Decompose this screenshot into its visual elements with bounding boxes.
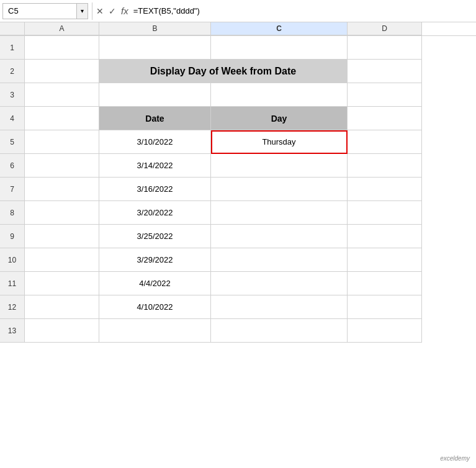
cell-b6[interactable]: 3/14/2022: [99, 154, 211, 178]
day-c5: Thursday: [262, 137, 295, 146]
table-row: 9 3/25/2022: [0, 225, 476, 248]
cell-b12[interactable]: 4/10/2022: [99, 295, 211, 319]
cell-a11[interactable]: [25, 272, 99, 295]
cell-d8[interactable]: [348, 201, 422, 225]
table-row: 6 3/14/2022: [0, 154, 476, 178]
row-header-12: 12: [0, 295, 25, 319]
cell-a1[interactable]: [25, 36, 99, 60]
cell-d2[interactable]: [348, 60, 422, 83]
cell-a4[interactable]: [25, 107, 99, 130]
table-row: 5 3/10/2022 Thursday: [0, 130, 476, 154]
fx-label: fx: [121, 6, 128, 16]
formula-input[interactable]: [133, 3, 474, 19]
row-header-10: 10: [0, 248, 25, 272]
cell-b8[interactable]: 3/20/2022: [99, 201, 211, 225]
cell-a9[interactable]: [25, 225, 99, 248]
cell-b11[interactable]: 4/4/2022: [99, 272, 211, 295]
cell-b4-header[interactable]: Date: [99, 107, 211, 130]
cell-c8[interactable]: [211, 201, 348, 225]
cell-b10[interactable]: 3/29/2022: [99, 248, 211, 272]
cell-c12[interactable]: [211, 295, 348, 319]
table-row: 4 Date Day: [0, 107, 476, 130]
cell-reference: C5: [8, 6, 19, 16]
formula-bar-divider: [92, 2, 92, 20]
column-headers: A B C D: [0, 22, 476, 36]
cell-a13[interactable]: [25, 319, 99, 343]
cell-b7[interactable]: 3/16/2022: [99, 178, 211, 201]
row-header-9: 9: [0, 225, 25, 248]
cell-c7[interactable]: [211, 178, 348, 201]
cell-d9[interactable]: [348, 225, 422, 248]
table-row: 8 3/20/2022: [0, 201, 476, 225]
spreadsheet: A B C D 1 2 Display Day of Week from Dat…: [0, 22, 476, 343]
date-header: Date: [145, 114, 164, 124]
cell-b13[interactable]: [99, 319, 211, 343]
cell-b5[interactable]: 3/10/2022: [99, 130, 211, 154]
title-text: Display Day of Week from Date: [150, 66, 296, 77]
row-header-6: 6: [0, 154, 25, 178]
cell-c3[interactable]: [211, 83, 348, 107]
date-b5: 3/10/2022: [137, 137, 173, 146]
cell-c9[interactable]: [211, 225, 348, 248]
row-header-7: 7: [0, 178, 25, 201]
table-row: 1: [0, 36, 476, 60]
cell-a12[interactable]: [25, 295, 99, 319]
cancel-icon[interactable]: ✕: [96, 6, 104, 16]
row-header-11: 11: [0, 272, 25, 295]
col-header-d[interactable]: D: [348, 22, 422, 35]
formula-icons: ✕ ✓: [96, 6, 116, 16]
cell-c11[interactable]: [211, 272, 348, 295]
cell-d3[interactable]: [348, 83, 422, 107]
corner-cell: [0, 22, 25, 35]
name-box-dropdown[interactable]: ▾: [77, 3, 88, 19]
day-header: Day: [271, 114, 287, 124]
cell-d11[interactable]: [348, 272, 422, 295]
confirm-icon[interactable]: ✓: [109, 6, 116, 16]
cell-b9[interactable]: 3/25/2022: [99, 225, 211, 248]
table-row: 10 3/29/2022: [0, 248, 476, 272]
cell-b1[interactable]: [99, 36, 211, 60]
cell-a7[interactable]: [25, 178, 99, 201]
cell-a10[interactable]: [25, 248, 99, 272]
name-box[interactable]: C5: [2, 3, 77, 19]
cell-c13[interactable]: [211, 319, 348, 343]
cell-c6[interactable]: [211, 154, 348, 178]
cell-c4-header[interactable]: Day: [211, 107, 348, 130]
col-header-a[interactable]: A: [25, 22, 99, 35]
cell-d6[interactable]: [348, 154, 422, 178]
cell-c5[interactable]: Thursday: [211, 130, 348, 154]
cell-a6[interactable]: [25, 154, 99, 178]
cell-c1[interactable]: [211, 36, 348, 60]
cell-a5[interactable]: [25, 130, 99, 154]
table-row: 3: [0, 83, 476, 107]
cell-b3[interactable]: [99, 83, 211, 107]
cell-title[interactable]: Display Day of Week from Date: [99, 60, 348, 83]
watermark: exceldemy: [440, 455, 470, 462]
table-row: 13: [0, 319, 476, 343]
cell-d7[interactable]: [348, 178, 422, 201]
table-row: 7 3/16/2022: [0, 178, 476, 201]
cell-c10[interactable]: [211, 248, 348, 272]
cell-a3[interactable]: [25, 83, 99, 107]
col-header-b[interactable]: B: [99, 22, 211, 35]
row-header-4: 4: [0, 107, 25, 130]
cell-d12[interactable]: [348, 295, 422, 319]
row-header-8: 8: [0, 201, 25, 225]
cell-a8[interactable]: [25, 201, 99, 225]
cell-d13[interactable]: [348, 319, 422, 343]
table-row: 11 4/4/2022: [0, 272, 476, 295]
table-row: 12 4/10/2022: [0, 295, 476, 319]
cell-a2[interactable]: [25, 60, 99, 83]
cell-d5[interactable]: [348, 130, 422, 154]
row-header-2: 2: [0, 60, 25, 83]
cell-d10[interactable]: [348, 248, 422, 272]
cell-d4[interactable]: [348, 107, 422, 130]
row-header-1: 1: [0, 36, 25, 60]
table-row: 2 Display Day of Week from Date: [0, 60, 476, 83]
col-header-c[interactable]: C: [211, 22, 348, 35]
cell-d1[interactable]: [348, 36, 422, 60]
formula-bar: C5 ▾ ✕ ✓ fx: [0, 0, 476, 22]
row-header-5: 5: [0, 130, 25, 154]
row-header-3: 3: [0, 83, 25, 107]
row-header-13: 13: [0, 319, 25, 343]
